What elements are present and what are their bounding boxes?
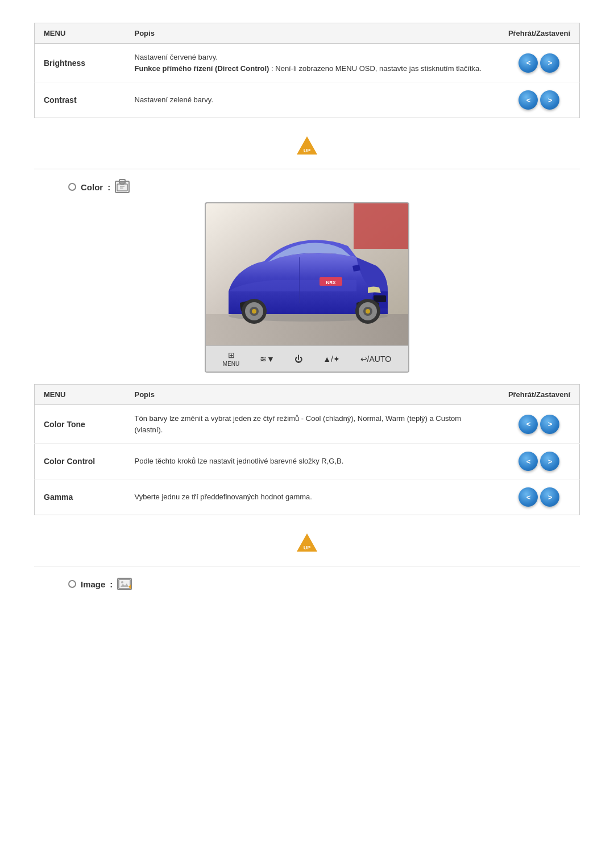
row-desc-colorcontrol: Podle těchto kroků lze nastavit jednotli… (126, 444, 499, 479)
svg-rect-7 (354, 203, 408, 249)
svg-text:UP: UP (304, 148, 311, 153)
color-section-header: Color : (68, 181, 580, 193)
monitor-frame: NRX ⊞ MENU ≋▼ ⏻ ▲/✦ ↩/AUTO (205, 202, 409, 373)
gamma-increase-button[interactable] (540, 487, 559, 507)
row-actions-gamma (499, 479, 580, 515)
monitor-bottom-bar: ⊞ MENU ≋▼ ⏻ ▲/✦ ↩/AUTO (206, 345, 408, 372)
svg-rect-2 (117, 184, 127, 191)
color-table: MENU Popis Přehrát/Zastavení Color Tone … (34, 384, 580, 515)
svg-rect-3 (121, 182, 124, 185)
color-menu-col-header: MENU (35, 385, 126, 405)
monitor-power-button[interactable]: ⏻ (294, 354, 302, 364)
table-row: Contrast Nastavení zelené barvy. (35, 82, 580, 118)
monitor-adjust-button[interactable]: ≋▼ (260, 354, 275, 364)
image-section-label: Image (81, 579, 105, 589)
up-arrow-icon: UP (296, 135, 318, 156)
svg-rect-10 (374, 295, 386, 302)
gamma-decrease-button[interactable] (518, 487, 538, 507)
table-row: Color Tone Tón barvy lze změnit a vybrat… (35, 405, 580, 444)
image-section-header: Image : (68, 578, 580, 590)
svg-rect-24 (119, 579, 130, 589)
color-desc-col-header: Popis (126, 385, 499, 405)
svg-point-14 (366, 309, 370, 314)
svg-point-25 (121, 581, 123, 583)
up-arrow-area: UP (34, 135, 580, 157)
svg-text:NRX: NRX (326, 280, 337, 285)
monitor-menu-button[interactable]: ⊞ MENU (223, 350, 239, 367)
menu-col-header: MENU (35, 23, 126, 44)
action-col-header: Přehrát/Zastavení (499, 23, 580, 44)
row-label-colortone: Color Tone (35, 405, 126, 444)
colortone-decrease-button[interactable] (518, 415, 538, 434)
section-divider-2 (34, 566, 580, 566)
up-arrow-area-2: UP (34, 532, 580, 554)
monitor-auto-button[interactable]: ↩/AUTO (360, 354, 392, 364)
image-section-icon (117, 578, 132, 590)
table-row: Gamma Vyberte jednu ze tří předdefinovan… (35, 479, 580, 515)
row-label-brightness: Brightness (35, 44, 126, 82)
row-desc-brightness: Nastavení červené barvy. Funkce přímého … (126, 44, 499, 82)
row-label-contrast: Contrast (35, 82, 126, 118)
brightness-table: MENU Popis Přehrát/Zastavení Brightness … (34, 23, 580, 118)
color-section-icon (115, 181, 130, 193)
color-action-col-header: Přehrát/Zastavení (499, 385, 580, 405)
contrast-decrease-button[interactable] (518, 90, 538, 110)
monitor-screen: NRX (206, 203, 408, 345)
row-actions-brightness (499, 44, 580, 82)
row-label-colorcontrol: Color Control (35, 444, 126, 479)
row-actions-colortone (499, 405, 580, 444)
colorcontrol-decrease-button[interactable] (518, 452, 538, 471)
row-desc-gamma: Vyberte jednu ze tří předdefinovaných ho… (126, 479, 499, 515)
table-row: Color Control Podle těchto kroků lze nas… (35, 444, 580, 479)
row-label-gamma: Gamma (35, 479, 126, 515)
up-arrow-2: UP (296, 532, 318, 554)
section-divider-1 (34, 169, 580, 169)
row-actions-colorcontrol (499, 444, 580, 479)
colortone-increase-button[interactable] (540, 415, 559, 434)
up-arrow: UP (296, 135, 318, 157)
row-actions-contrast (499, 82, 580, 118)
colorcontrol-increase-button[interactable] (540, 452, 559, 471)
row-desc-colortone: Tón barvy lze změnit a vybrat jeden ze č… (126, 405, 499, 444)
row-desc-contrast: Nastavení zelené barvy. (126, 82, 499, 118)
color-section-label: Color (81, 182, 103, 192)
table-row: Brightness Nastavení červené barvy. Funk… (35, 44, 580, 82)
image-radio-icon (68, 580, 76, 588)
brightness-increase-button[interactable] (540, 53, 559, 73)
monitor-container: NRX ⊞ MENU ≋▼ ⏻ ▲/✦ ↩/AUTO (34, 202, 580, 373)
monitor-brightness-button[interactable]: ▲/✦ (323, 354, 340, 364)
svg-point-18 (252, 309, 256, 314)
brightness-decrease-button[interactable] (518, 53, 538, 73)
desc-col-header: Popis (126, 23, 499, 44)
svg-text:UP: UP (304, 545, 311, 550)
contrast-increase-button[interactable] (540, 90, 559, 110)
color-radio-icon (68, 183, 76, 191)
car-image: NRX (206, 203, 408, 345)
up-arrow-icon-2: UP (296, 532, 318, 553)
